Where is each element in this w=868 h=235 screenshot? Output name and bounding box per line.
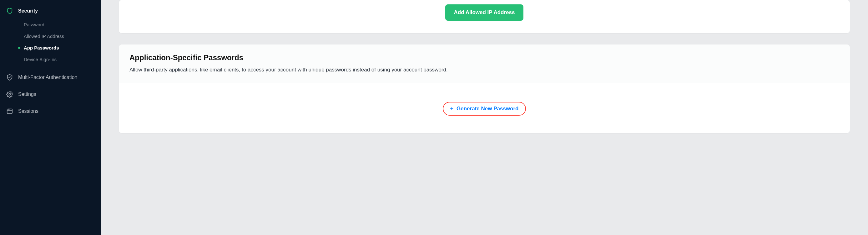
sidebar-subitem-device-signins[interactable]: Device Sign-Ins (0, 54, 101, 65)
gear-icon (6, 91, 13, 98)
sidebar-subitem-label: App Passwords (24, 45, 59, 50)
sidebar-subitem-app-passwords[interactable]: App Passwords (0, 42, 101, 54)
shield-check-icon (6, 74, 13, 81)
sidebar: Security Password Allowed IP Address App… (0, 0, 101, 235)
card-description: Allow third-party applications, like ema… (129, 66, 839, 74)
sidebar-item-label: Multi-Factor Authentication (18, 75, 77, 80)
sidebar-subitem-label: Allowed IP Address (24, 33, 64, 39)
svg-point-4 (9, 110, 9, 110)
plus-icon: + (450, 106, 454, 111)
sidebar-subitem-password[interactable]: Password (0, 19, 101, 30)
sidebar-item-sessions[interactable]: Sessions (0, 103, 101, 120)
sidebar-item-settings[interactable]: Settings (0, 86, 101, 103)
sidebar-item-label: Settings (18, 92, 36, 97)
app-passwords-card: Application-Specific Passwords Allow thi… (119, 45, 850, 133)
shield-icon (6, 7, 13, 15)
sidebar-subitems: Password Allowed IP Address App Password… (0, 19, 101, 65)
card-header: Application-Specific Passwords Allow thi… (119, 45, 850, 83)
svg-point-0 (9, 94, 11, 95)
sidebar-subitem-label: Password (24, 22, 44, 27)
sessions-icon (6, 108, 13, 115)
card-title: Application-Specific Passwords (129, 53, 839, 62)
sidebar-item-mfa[interactable]: Multi-Factor Authentication (0, 69, 101, 86)
sidebar-subitem-allowed-ip[interactable]: Allowed IP Address (0, 30, 101, 42)
sidebar-item-security[interactable]: Security (0, 3, 101, 19)
sidebar-item-label: Security (18, 8, 38, 14)
generate-button-label: Generate New Password (457, 106, 519, 112)
add-allowed-ip-button[interactable]: Add Allowed IP Address (445, 4, 524, 21)
sidebar-subitem-label: Device Sign-Ins (24, 57, 57, 62)
svg-point-3 (8, 110, 8, 110)
allowed-ip-card: Add Allowed IP Address (119, 0, 850, 33)
card-body: + Generate New Password (119, 83, 850, 133)
sidebar-item-label: Sessions (18, 108, 38, 114)
main-content: Add Allowed IP Address Application-Speci… (101, 0, 868, 235)
generate-new-password-button[interactable]: + Generate New Password (443, 102, 526, 115)
